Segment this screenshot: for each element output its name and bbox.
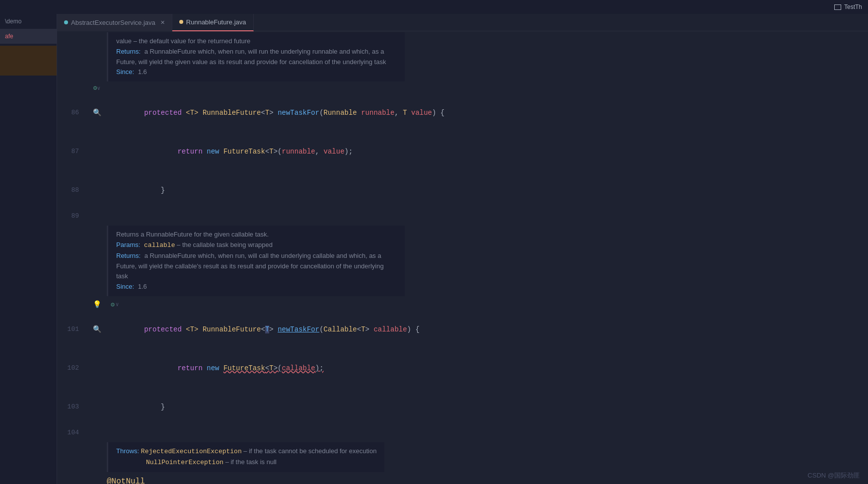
- code-content-101: protected <T> RunnableFuture<T> newTaskF…: [107, 310, 868, 349]
- sidebar-path-label: \demo: [5, 18, 21, 25]
- zoom-icon-86[interactable]: 🔍: [93, 106, 101, 119]
- zoom-icon-101[interactable]: 🔍: [93, 323, 101, 336]
- doc2-params: Params: callablecallable – the callable …: [116, 240, 397, 251]
- doc-block-2: Returns a RunnableFuture for the given c…: [107, 226, 405, 296]
- doc-block-1: value – the default value for the return…: [107, 32, 405, 81]
- code-line-103: 103 }: [57, 388, 868, 426]
- doc-value-line: value – the default value for the return…: [116, 36, 397, 47]
- sidebar-item-afe[interactable]: afe: [0, 29, 57, 44]
- code-line-86: 86 🔍 protected <T> RunnableFuture<T> new…: [57, 93, 868, 132]
- settings-icon-2[interactable]: ⚙: [111, 301, 115, 309]
- line-num-89: 89: [57, 210, 87, 223]
- chevron-down-icon-2: ∨: [116, 301, 119, 308]
- line-num-87: 87: [57, 145, 87, 158]
- tab-runnable[interactable]: RunnableFuture.java: [172, 14, 254, 31]
- tab-bar: AbstractExecutorService.java ✕ RunnableF…: [57, 14, 868, 31]
- tab-label-runnable: RunnableFuture.java: [186, 18, 246, 26]
- doc-since: Since: 1.6: [116, 67, 397, 78]
- code-line-88: 88 }: [57, 171, 868, 210]
- line-num-86: 86: [57, 106, 87, 119]
- line-num-103: 103: [57, 401, 87, 413]
- doc3-throws2: NullPointerException – if the task is nu…: [116, 457, 376, 468]
- code-area[interactable]: value – the default value for the return…: [57, 31, 868, 484]
- java-icon-1: [64, 20, 68, 24]
- doc-returns: Returns: a RunnableFuture which, when ru…: [116, 47, 397, 68]
- sidebar-color-block: [0, 46, 57, 76]
- window-icon: [834, 4, 841, 10]
- not-null-annotation: @NotNull: [107, 477, 145, 484]
- java-icon-2: [179, 20, 183, 24]
- sidebar-item-demo[interactable]: \demo: [0, 14, 57, 29]
- watermark: CSDN @国际劲匪: [807, 471, 860, 480]
- code-line-101: 101 🔍 protected <T> RunnableFuture<T> ne…: [57, 310, 868, 349]
- line-num-104: 104: [57, 426, 87, 439]
- chevron-down-icon-1: ∨: [97, 85, 101, 91]
- settings-icon-1[interactable]: ⚙: [93, 84, 97, 92]
- code-content-103: }: [107, 388, 868, 426]
- title-bar: TestTh: [0, 0, 868, 14]
- code-line-102: 102 return new FutureTask<T>(callable);: [57, 349, 868, 388]
- gutter-86: 🔍: [87, 106, 107, 119]
- tab-label-abstract: AbstractExecutorService.java: [71, 19, 155, 26]
- doc2-returns: Returns: a RunnableFuture which, when ru…: [116, 251, 397, 282]
- gutter-101: 🔍: [87, 323, 107, 336]
- tab-abstract[interactable]: AbstractExecutorService.java ✕: [57, 14, 172, 31]
- sidebar: \demo afe: [0, 14, 57, 484]
- editor-area: value – the default value for the return…: [57, 31, 868, 484]
- code-line-87: 87 return new FutureTask<T>(runnable, va…: [57, 132, 868, 171]
- bulb-icon[interactable]: 💡: [93, 300, 101, 309]
- line-num-88: 88: [57, 184, 87, 197]
- tab-close-1[interactable]: ✕: [160, 19, 165, 26]
- doc3-throws: Throws: RejectedExecutionException – if …: [116, 446, 376, 457]
- code-content-102: return new FutureTask<T>(callable);: [107, 349, 868, 388]
- code-content-88: }: [107, 171, 868, 210]
- doc-block-3: Throws: RejectedExecutionException – if …: [107, 442, 384, 472]
- doc2-returns-title: Returns a RunnableFuture for the given c…: [116, 230, 397, 240]
- code-line-104: 104: [57, 426, 868, 439]
- watermark-text: CSDN @国际劲匪: [807, 472, 860, 479]
- code-line-89: 89: [57, 210, 868, 223]
- doc2-since: Since: 1.6: [116, 282, 397, 292]
- code-content-86: protected <T> RunnableFuture<T> newTaskF…: [107, 93, 868, 132]
- line-num-102: 102: [57, 362, 87, 375]
- code-content-87: return new FutureTask<T>(runnable, value…: [107, 132, 868, 171]
- title-bar-text: TestTh: [844, 3, 862, 10]
- sidebar-active-label: afe: [5, 33, 13, 40]
- line-num-101: 101: [57, 323, 87, 336]
